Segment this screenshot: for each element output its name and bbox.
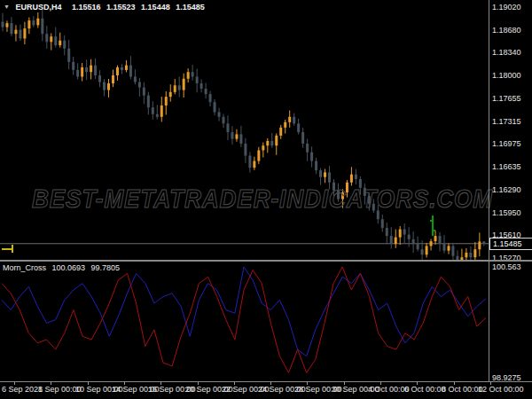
- candle-body: [54, 36, 57, 45]
- ohlc-low: 1.15448: [141, 3, 170, 12]
- candle-body: [187, 72, 190, 79]
- green-bar-open-nub: [430, 220, 432, 222]
- candle-body: [386, 228, 388, 236]
- candle-body: [332, 183, 335, 191]
- time-axis-tick: [14, 382, 15, 385]
- ohlc-high: 1.15523: [106, 3, 136, 12]
- candle-body: [451, 246, 454, 255]
- price-axis-label: 1.16290: [492, 185, 521, 194]
- candle-body: [469, 253, 472, 257]
- candle-body: [426, 246, 428, 254]
- candle-body: [165, 97, 168, 106]
- indicator-value-1: 100.0693: [52, 263, 86, 272]
- price-chart-canvas[interactable]: [0, 0, 532, 260]
- candle-body: [482, 241, 485, 243]
- yellow-dash-marker[interactable]: [2, 248, 12, 250]
- candle-body: [214, 102, 216, 112]
- candle-body: [112, 75, 114, 83]
- indicator-value-2: 99.7805: [91, 263, 121, 272]
- candle-body: [50, 36, 52, 42]
- time-axis-tick: [344, 382, 345, 385]
- green-bar-close-nub: [434, 230, 435, 231]
- candle-body: [174, 85, 176, 92]
- candle-body: [10, 23, 12, 34]
- candle-body: [76, 70, 79, 77]
- candle-body: [350, 175, 353, 183]
- candle-body: [346, 183, 348, 192]
- ohlc-open: 1.15516: [72, 3, 101, 12]
- candle-body: [85, 67, 88, 72]
- candle-body: [121, 67, 123, 70]
- candle-body: [59, 41, 61, 45]
- time-axis-label: 8 Oct 00:00: [442, 385, 483, 394]
- candle-body: [399, 230, 402, 238]
- indicator-title: Morn_Cross 100.0693 99.7805: [3, 263, 123, 272]
- symbol-period-label: EURUSD,H4: [15, 3, 61, 12]
- time-axis-tick: [160, 382, 161, 385]
- time-axis-label: 12 Oct 00:00: [478, 385, 524, 394]
- candle-body: [395, 238, 397, 245]
- candle-body: [147, 96, 150, 108]
- price-axis-label: 1.17655: [492, 94, 521, 103]
- indicator-line-momentum-red: [2, 267, 486, 372]
- candle-body: [253, 161, 255, 168]
- candle-body: [324, 172, 326, 176]
- time-axis-tick: [307, 382, 308, 385]
- time-axis-border: [0, 381, 532, 382]
- indicator-scale-top: 100.563: [492, 262, 521, 271]
- candle-body: [152, 107, 154, 114]
- candle-body: [315, 161, 317, 171]
- candle-body: [160, 106, 163, 117]
- candle-body: [23, 28, 26, 38]
- candle-body: [293, 117, 295, 124]
- candle-body: [2, 22, 4, 27]
- candle-body: [270, 141, 273, 145]
- candle-body: [94, 66, 97, 75]
- candle-body: [156, 114, 159, 117]
- green-bar-marker[interactable]: [432, 215, 434, 236]
- price-axis-label: 1.17315: [492, 117, 521, 126]
- time-axis-tick: [234, 382, 235, 385]
- candle-body: [364, 188, 366, 196]
- candle-body: [209, 94, 212, 102]
- candle-body: [192, 72, 194, 76]
- time-axis-tick: [417, 382, 418, 385]
- candle-body: [301, 132, 304, 144]
- candle-body: [41, 19, 43, 34]
- candle-body: [403, 230, 406, 235]
- time-axis-tick: [380, 382, 381, 385]
- candle-body: [169, 92, 172, 97]
- candle-body: [473, 249, 476, 257]
- candle-body: [134, 76, 137, 82]
- candle-body: [337, 191, 340, 200]
- candle-body: [200, 83, 203, 89]
- candle-body: [434, 236, 437, 241]
- time-axis-tick: [454, 382, 455, 385]
- yellow-tick-marker[interactable]: [12, 245, 13, 253]
- candle-body: [223, 117, 225, 124]
- candle-body: [226, 123, 229, 132]
- candle-body: [14, 30, 17, 35]
- candle-body: [107, 83, 110, 90]
- candle-body: [244, 144, 246, 156]
- time-axis-label: 4 Oct 00:00: [368, 385, 410, 394]
- candle-body: [19, 30, 21, 39]
- candle-body: [439, 236, 442, 244]
- candle-body: [196, 76, 199, 83]
- candle-body: [319, 170, 322, 177]
- candle-body: [390, 236, 393, 244]
- candle-body: [183, 79, 185, 90]
- time-axis-tick: [124, 382, 125, 385]
- candle-body: [478, 241, 481, 249]
- candle-body: [218, 112, 221, 116]
- candle-body: [266, 141, 269, 145]
- candle-body: [447, 246, 450, 250]
- indicator-pane-canvas[interactable]: [0, 262, 532, 381]
- time-axis-tick: [88, 382, 89, 385]
- time-axis-tick: [51, 382, 51, 385]
- candle-body: [45, 34, 48, 42]
- candle-body: [368, 196, 371, 204]
- pane-separator[interactable]: [0, 260, 532, 262]
- candle-body: [372, 204, 375, 211]
- time-axis-tick: [198, 382, 199, 385]
